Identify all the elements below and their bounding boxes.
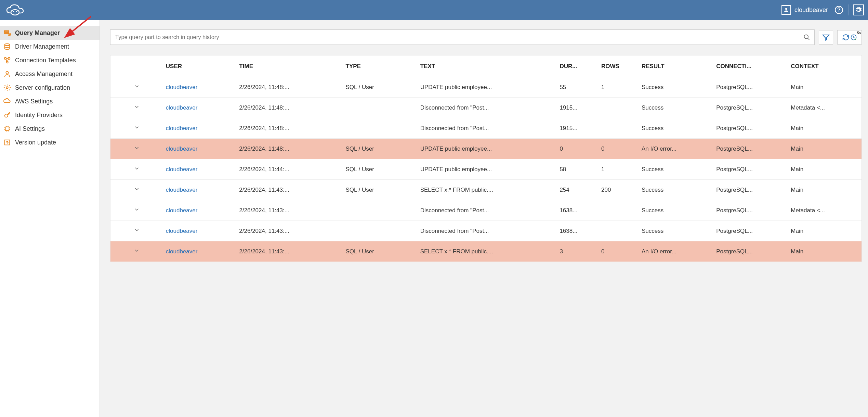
column-header[interactable]: DUR... [557, 55, 599, 77]
column-header[interactable]: CONTEXT [788, 55, 862, 77]
table-row[interactable]: cloudbeaver2/26/2024, 11:48:...SQL / Use… [110, 139, 862, 159]
sidebar-item-aws[interactable]: AWS Settings [0, 94, 100, 108]
cell-user: cloudbeaver [163, 200, 237, 221]
refresh-button[interactable]: 5s [837, 30, 862, 45]
user-link[interactable]: cloudbeaver [166, 146, 198, 152]
cell-type: SQL / User [343, 180, 418, 200]
svg-point-3 [785, 8, 787, 10]
cell-result: An I/O error... [639, 241, 713, 262]
expand-toggle[interactable] [110, 98, 163, 118]
cell-user: cloudbeaver [163, 241, 237, 262]
expand-toggle[interactable] [110, 221, 163, 241]
cell-user: cloudbeaver [163, 77, 237, 98]
table-row[interactable]: cloudbeaver2/26/2024, 11:43:...Disconnec… [110, 200, 862, 221]
sidebar-item-label: Identity Providers [15, 112, 63, 119]
cell-connection: PostgreSQL... [713, 77, 788, 98]
cell-rows: 200 [599, 180, 639, 200]
sidebar-item-label: Version update [15, 139, 56, 146]
help-button[interactable] [833, 4, 844, 15]
user-link[interactable]: cloudbeaver [166, 187, 198, 193]
cell-time: 2/26/2024, 11:44:... [236, 159, 343, 180]
expand-toggle[interactable] [110, 77, 163, 98]
server-icon [3, 84, 11, 91]
filter-button[interactable] [819, 30, 833, 45]
sidebar-item-label: AI Settings [15, 125, 45, 132]
sidebar-item-query[interactable]: Query Manager [0, 26, 100, 40]
svg-rect-17 [5, 127, 9, 131]
expand-toggle[interactable] [110, 180, 163, 200]
table-row[interactable]: cloudbeaver2/26/2024, 11:48:...SQL / Use… [110, 77, 862, 98]
cell-result: Success [639, 221, 713, 241]
cell-connection: PostgreSQL... [713, 241, 788, 262]
cell-connection: PostgreSQL... [713, 139, 788, 159]
column-header[interactable] [110, 55, 163, 77]
column-header[interactable]: TEXT [418, 55, 557, 77]
cell-duration: 1915... [557, 118, 599, 139]
column-header[interactable]: TYPE [343, 55, 418, 77]
user-link[interactable]: cloudbeaver [166, 248, 198, 255]
content-area: 5s USERTIMETYPETEXTDUR...ROWSRESULTCONNE… [100, 20, 868, 417]
cell-context: Main [788, 159, 862, 180]
column-header[interactable]: CONNECTI... [713, 55, 788, 77]
cell-result: Success [639, 159, 713, 180]
cell-time: 2/26/2024, 11:48:... [236, 77, 343, 98]
cell-context: Metadata <... [788, 200, 862, 221]
sidebar-item-label: Driver Management [15, 43, 69, 50]
sidebar-item-label: Access Management [15, 71, 73, 78]
user-link[interactable]: cloudbeaver [166, 228, 198, 234]
cell-duration: 55 [557, 77, 599, 98]
cell-duration: 1638... [557, 200, 599, 221]
user-link[interactable]: cloudbeaver [166, 125, 198, 131]
table-row[interactable]: cloudbeaver2/26/2024, 11:48:...Disconnec… [110, 118, 862, 139]
sidebar-item-driver[interactable]: Driver Management [0, 40, 100, 53]
cell-context: Main [788, 77, 862, 98]
table-row[interactable]: cloudbeaver2/26/2024, 11:43:...SQL / Use… [110, 180, 862, 200]
cell-text: UPDATE public.employee... [418, 139, 557, 159]
user-menu[interactable]: cloudbeaver [779, 4, 831, 16]
cell-user: cloudbeaver [163, 98, 237, 118]
expand-toggle[interactable] [110, 241, 163, 262]
expand-toggle[interactable] [110, 139, 163, 159]
table-row[interactable]: cloudbeaver2/26/2024, 11:43:...Disconnec… [110, 221, 862, 241]
cell-text: Disconnected from "Post... [418, 118, 557, 139]
column-header[interactable]: TIME [236, 55, 343, 77]
cell-connection: PostgreSQL... [713, 159, 788, 180]
user-link[interactable]: cloudbeaver [166, 207, 198, 214]
user-link[interactable]: cloudbeaver [166, 166, 198, 173]
cell-connection: PostgreSQL... [713, 98, 788, 118]
cell-text: Disconnected from "Post... [418, 200, 557, 221]
cell-context: Main [788, 118, 862, 139]
expand-toggle[interactable] [110, 200, 163, 221]
table-row[interactable]: cloudbeaver2/26/2024, 11:48:...Disconnec… [110, 98, 862, 118]
sidebar-item-version[interactable]: Version update [0, 136, 100, 149]
user-link[interactable]: cloudbeaver [166, 104, 198, 111]
cell-time: 2/26/2024, 11:43:... [236, 241, 343, 262]
aws-icon [3, 98, 11, 105]
cell-rows [599, 200, 639, 221]
column-header[interactable]: RESULT [639, 55, 713, 77]
app-logo[interactable] [4, 3, 28, 17]
table-row[interactable]: cloudbeaver2/26/2024, 11:44:...SQL / Use… [110, 159, 862, 180]
column-header[interactable]: ROWS [599, 55, 639, 77]
sidebar-item-access[interactable]: Access Management [0, 67, 100, 81]
sidebar-item-label: Server configuration [15, 84, 70, 91]
cell-text: UPDATE public.employee... [418, 159, 557, 180]
cell-context: Metadata <... [788, 98, 862, 118]
expand-toggle[interactable] [110, 118, 163, 139]
sidebar-item-server[interactable]: Server configuration [0, 81, 100, 94]
user-link[interactable]: cloudbeaver [166, 84, 198, 90]
sidebar-item-connection[interactable]: Connection Templates [0, 53, 100, 67]
cell-result: Success [639, 200, 713, 221]
cell-type [343, 118, 418, 139]
cell-type: SQL / User [343, 139, 418, 159]
search-icon[interactable] [802, 33, 812, 42]
settings-button[interactable] [853, 4, 864, 15]
cell-type: SQL / User [343, 77, 418, 98]
sidebar-item-ai[interactable]: AI Settings [0, 122, 100, 136]
column-header[interactable]: USER [163, 55, 237, 77]
sidebar-item-identity[interactable]: Identity Providers [0, 108, 100, 122]
table-row[interactable]: cloudbeaver2/26/2024, 11:43:...SQL / Use… [110, 241, 862, 262]
expand-toggle[interactable] [110, 159, 163, 180]
search-input[interactable] [110, 30, 814, 45]
cell-time: 2/26/2024, 11:48:... [236, 118, 343, 139]
